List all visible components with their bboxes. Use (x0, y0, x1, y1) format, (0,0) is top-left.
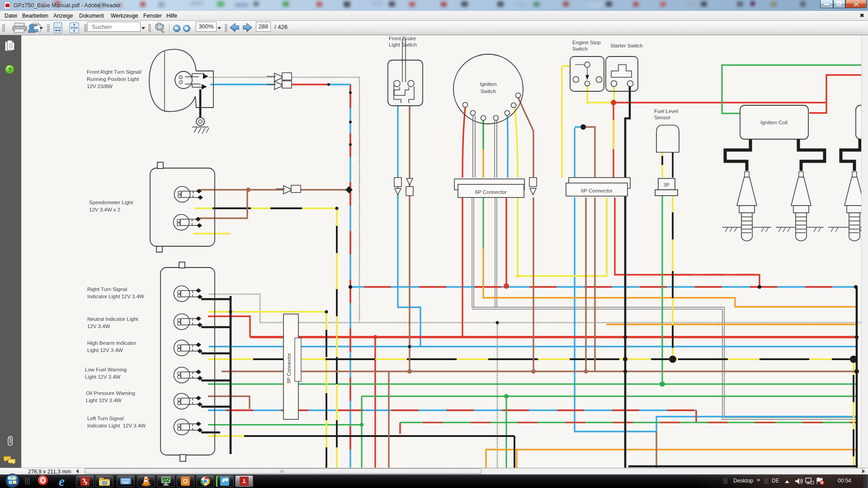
svg-text:Ignition: Ignition (480, 81, 496, 87)
svg-text:Ignition Coil: Ignition Coil (760, 120, 788, 125)
svg-text:3P: 3P (664, 182, 670, 188)
svg-text:Light 12V 3.4W: Light 12V 3.4W (86, 398, 122, 403)
svg-text:Front Right Turn Signal/: Front Right Turn Signal/ (87, 69, 142, 75)
svg-text:12V 23/8W: 12V 23/8W (87, 84, 113, 89)
svg-text:Engine Stop: Engine Stop (572, 40, 601, 45)
svg-text:6P Connector: 6P Connector (475, 189, 507, 195)
svg-text:Switch: Switch (572, 46, 588, 52)
svg-text:Switch: Switch (481, 89, 496, 94)
svg-text:12V 3.4W x 2: 12V 3.4W x 2 (89, 207, 120, 212)
svg-text:Left Turn Signal: Left Turn Signal (87, 416, 124, 421)
svg-text:Indicator Light 12V 3.4W: Indicator Light 12V 3.4W (87, 423, 146, 428)
svg-text:Sensor: Sensor (654, 115, 671, 120)
svg-text:Running Position Light: Running Position Light (87, 76, 139, 82)
svg-text:Light Switch: Light Switch (389, 42, 417, 47)
svg-text:12V 3.4W: 12V 3.4W (87, 324, 110, 329)
svg-text:Neutral Indicator Light: Neutral Indicator Light (87, 316, 138, 322)
svg-text:6P Connector: 6P Connector (581, 188, 613, 193)
svg-text:Oil Pressure Warning: Oil Pressure Warning (86, 390, 135, 396)
svg-text:Low Fuel Warning: Low Fuel Warning (85, 367, 127, 372)
svg-text:?: ? (8, 66, 12, 73)
svg-text:Speedometer Light: Speedometer Light (89, 200, 133, 205)
svg-text:9P Connector: 9P Connector (286, 353, 292, 383)
svg-text:Fuel Level: Fuel Level (654, 108, 678, 114)
svg-text:Indicator Light 12V 3.4W: Indicator Light 12V 3.4W (87, 294, 144, 299)
svg-text:Light 12V 3.4W: Light 12V 3.4W (85, 374, 121, 380)
svg-text:Front Brake: Front Brake (389, 36, 416, 41)
svg-text:High Bearm Indicator: High Bearm Indicator (87, 340, 136, 346)
svg-text:Right Turn Signal: Right Turn Signal (87, 286, 127, 292)
svg-text:Starter Switch: Starter Switch (610, 43, 643, 48)
svg-text:Light 12V 3.4W: Light 12V 3.4W (87, 347, 123, 353)
